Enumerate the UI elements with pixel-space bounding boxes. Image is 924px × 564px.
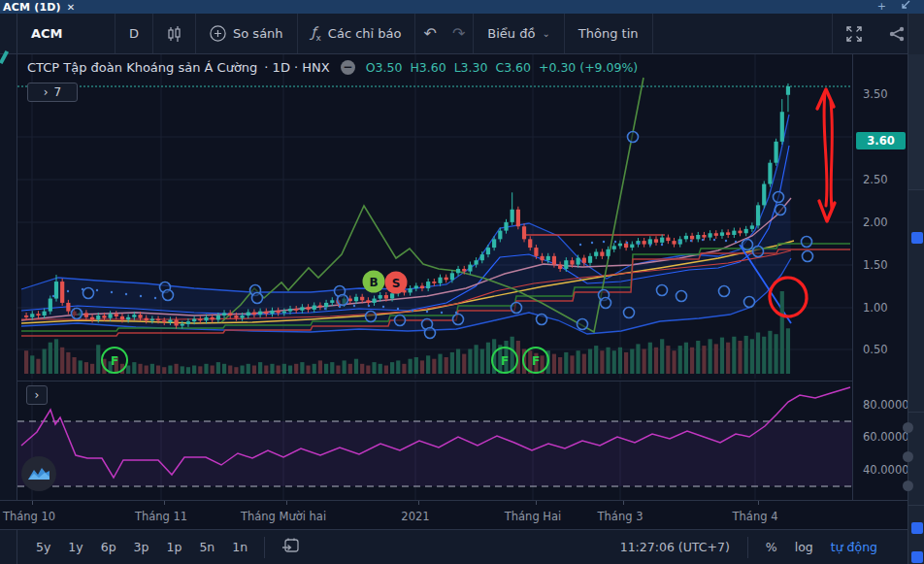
time-axis-tick [32, 501, 33, 505]
time-axis-tick [164, 501, 165, 505]
chart-style-button[interactable] [153, 14, 195, 53]
legend-close: C3.60 [495, 60, 531, 75]
legend-title[interactable]: CTCP Tập đoàn Khoáng sản Á Cường [27, 60, 257, 75]
pane-separator[interactable] [0, 381, 908, 382]
hidden-indicator-count: 7 [54, 85, 62, 99]
range-button-5y[interactable]: 5y [27, 540, 59, 554]
tab-close-icon[interactable]: ✕ [67, 2, 75, 13]
indicator-collapse-button[interactable]: › 7 [27, 83, 78, 102]
range-button-3p[interactable]: 3p [125, 540, 158, 554]
time-axis-tick [758, 501, 759, 505]
clock[interactable]: 11:27:06 (UTC+7) [620, 540, 730, 554]
redo-button[interactable]: ↷ [445, 14, 473, 53]
range-button-1n[interactable]: 1n [223, 540, 256, 554]
time-axis-label: 2021 [401, 510, 429, 523]
panel-avatar[interactable] [903, 451, 913, 462]
svg-text:S: S [392, 277, 401, 290]
indicator-axis-label: 60.0000 [863, 430, 909, 444]
symbol-legend[interactable]: CTCP Tập đoàn Khoáng sản Á Cường · 1D · … [27, 60, 638, 75]
chart-menu-label: Biểu đồ [487, 26, 535, 41]
price-axis-label: 1.50 [863, 258, 888, 272]
fullscreen-button[interactable] [833, 14, 875, 53]
auto-scale-button[interactable]: tự động [831, 540, 877, 554]
tab-title[interactable]: ACM (1D) [0, 1, 61, 14]
calendar-goto-icon [281, 537, 300, 554]
chart-menu-button[interactable]: Biểu đồ ⌄ [474, 14, 564, 53]
undo-button[interactable]: ↶ [415, 14, 444, 53]
chevron-right-icon: › [44, 85, 49, 99]
toolbar-left-rail [0, 14, 17, 53]
indicators-button[interactable]: ƒx Các chỉ báo [298, 14, 415, 53]
price-axis-label: 0.50 [863, 343, 888, 356]
svg-text:F: F [111, 354, 118, 368]
candlestick-icon [167, 26, 182, 42]
chevron-down-icon: ⌄ [542, 28, 549, 39]
legend-suffix: · 1D · HNX [264, 60, 329, 75]
new-tab-icon[interactable]: + [877, 0, 886, 13]
legend-low: L3.30 [454, 60, 488, 75]
indicator-axis-label: 80.0000 [863, 398, 909, 412]
chevron-right-icon: › [35, 388, 40, 402]
main-price-chart[interactable]: FFFBS [17, 54, 852, 379]
drawn-arrow-annotation[interactable] [831, 102, 832, 209]
plus-circle-icon [210, 25, 226, 42]
range-button-1p[interactable]: 1p [158, 540, 191, 554]
price-axis-label: 1.00 [863, 301, 888, 315]
price-axis-label: 3.50 [863, 87, 888, 101]
symbol-button[interactable]: ACM [17, 14, 115, 53]
trading-app-window: ACM (1D) ✕ + ACM D So sánh [0, 0, 924, 564]
right-panel-edge [908, 14, 924, 564]
bottombar-left-rail [0, 530, 17, 564]
range-button-5n[interactable]: 5n [190, 540, 223, 554]
svg-text:F: F [532, 354, 540, 368]
svg-text:F: F [501, 354, 509, 368]
compare-button[interactable]: So sánh [196, 14, 297, 53]
time-axis-label: Tháng Mười hai [241, 510, 326, 523]
compare-label: So sánh [233, 26, 283, 41]
legend-change: +0.30 (+9.09%) [539, 60, 638, 75]
watchlist-flag-icon[interactable] [911, 551, 923, 563]
range-button-1y[interactable]: 1y [59, 540, 91, 554]
mountain-chart-icon [27, 465, 50, 482]
watchlist-flag-icon[interactable] [911, 522, 923, 534]
time-axis-tick [623, 501, 624, 505]
share-icon [889, 26, 905, 42]
hide-series-icon[interactable]: − [341, 60, 355, 75]
panel-avatar[interactable] [903, 422, 913, 433]
log-scale-button[interactable]: log [795, 540, 813, 554]
percent-scale-button[interactable]: % [766, 540, 777, 554]
range-button-group: 5y1y6p3p1p5n1n [27, 540, 256, 554]
watchlist-flag-icon[interactable] [911, 232, 923, 244]
last-price-badge: 3.60 [856, 132, 906, 149]
lower-pane-collapse-button[interactable]: › [26, 385, 48, 405]
drawn-arrow-annotation[interactable] [824, 92, 827, 206]
left-panel-edge [0, 54, 17, 500]
indicator-logo [21, 456, 56, 491]
svg-text:B: B [369, 276, 378, 289]
popout-arrow-icon[interactable] [902, 0, 910, 9]
time-axis-label: Tháng 10 [3, 510, 55, 523]
price-axis-label: 2.50 [863, 173, 888, 186]
time-axis-tick [286, 501, 287, 505]
indicator-axis-label: 40.0000 [863, 463, 909, 477]
time-axis-tick [536, 501, 537, 505]
price-axis-label: 2.00 [863, 216, 888, 229]
bottom-bar: 5y1y6p3p1p5n1n 11:27:06 (UTC+7) % log tự… [0, 529, 924, 564]
indicators-label: Các chỉ báo [328, 26, 402, 41]
time-axis-label: Tháng Hai [505, 510, 562, 523]
interval-button[interactable]: D [116, 14, 152, 53]
legend-open: O3.50 [366, 60, 403, 75]
panel-avatar[interactable] [903, 481, 913, 491]
browser-tab-bar: ACM (1D) ✕ + [0, 0, 924, 14]
time-axis[interactable]: Tháng 10Tháng 11Tháng Mười hai2021Tháng … [0, 500, 908, 529]
price-axis[interactable]: 3.503.002.502.001.501.000.50 3.60 80.000… [852, 54, 908, 500]
chart-toolbar: ACM D So sánh ƒx Các chỉ báo ↶ ↷ [0, 14, 924, 54]
go-to-date-button[interactable] [273, 537, 309, 557]
legend-high: H3.60 [410, 60, 446, 75]
range-button-6p[interactable]: 6p [92, 540, 125, 554]
time-axis-tick [418, 501, 419, 505]
time-axis-label: Tháng 4 [733, 510, 778, 523]
fullscreen-icon [846, 26, 862, 42]
rsi-indicator-chart[interactable] [17, 382, 852, 500]
info-button[interactable]: Thông tin [565, 14, 652, 53]
